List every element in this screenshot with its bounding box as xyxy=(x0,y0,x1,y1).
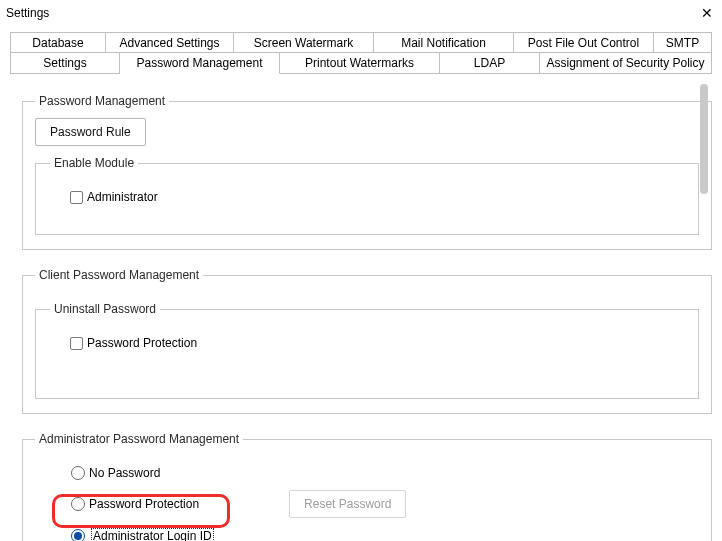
administrator-checkbox-label: Administrator xyxy=(87,190,158,204)
tab-row-top: Database Advanced Settings Screen Waterm… xyxy=(10,32,712,53)
group-legend: Uninstall Password xyxy=(50,302,160,316)
administrator-checkbox[interactable] xyxy=(70,191,83,204)
password-protection-radio-label: Password Protection xyxy=(89,497,199,511)
password-protection-checkbox[interactable] xyxy=(70,337,83,350)
admin-login-id-radio-label: Administrator Login ID xyxy=(91,528,214,541)
window-title: Settings xyxy=(6,6,49,20)
group-enable-module: Enable Module Administrator xyxy=(35,156,699,235)
admin-login-id-radio-row[interactable]: Administrator Login ID xyxy=(71,528,699,541)
group-password-management: Password Management Password Rule Enable… xyxy=(22,94,712,250)
vertical-scrollbar[interactable] xyxy=(700,84,708,534)
group-legend: Password Management xyxy=(35,94,169,108)
admin-login-id-radio[interactable] xyxy=(71,529,85,541)
tab-mail-notification[interactable]: Mail Notification xyxy=(374,32,514,53)
password-protection-checkbox-label: Password Protection xyxy=(87,336,197,350)
tab-settings[interactable]: Settings xyxy=(10,52,120,74)
tab-screen-watermark[interactable]: Screen Watermark xyxy=(234,32,374,53)
group-client-password-management: Client Password Management Uninstall Pas… xyxy=(22,268,712,414)
group-legend: Enable Module xyxy=(50,156,138,170)
tab-printout-watermarks[interactable]: Printout Watermarks xyxy=(280,52,440,74)
tab-database[interactable]: Database xyxy=(10,32,106,53)
scrollbar-thumb[interactable] xyxy=(700,84,708,194)
tab-post-file-out[interactable]: Post File Out Control xyxy=(514,32,654,53)
password-protection-checkbox-row[interactable]: Password Protection xyxy=(70,336,684,350)
no-password-radio-row[interactable]: No Password xyxy=(71,466,699,480)
close-icon[interactable]: ✕ xyxy=(700,6,714,20)
title-bar: Settings ✕ xyxy=(0,0,722,26)
content-area: Password Management Password Rule Enable… xyxy=(10,73,712,540)
administrator-checkbox-row[interactable]: Administrator xyxy=(70,190,684,204)
no-password-radio-label: No Password xyxy=(89,466,160,480)
tab-smtp[interactable]: SMTP xyxy=(654,32,712,53)
tab-password-management[interactable]: Password Management xyxy=(120,52,280,74)
reset-password-button[interactable]: Reset Password xyxy=(289,490,406,518)
password-protection-radio[interactable] xyxy=(71,497,85,511)
password-rule-button[interactable]: Password Rule xyxy=(35,118,146,146)
tab-assignment-security[interactable]: Assignment of Security Policy xyxy=(540,52,712,74)
no-password-radio[interactable] xyxy=(71,466,85,480)
tab-advanced-settings[interactable]: Advanced Settings xyxy=(106,32,234,53)
group-legend: Client Password Management xyxy=(35,268,203,282)
password-protection-radio-row[interactable]: Password Protection xyxy=(71,497,199,511)
tab-row-bottom: Settings Password Management Printout Wa… xyxy=(10,52,712,74)
group-uninstall-password: Uninstall Password Password Protection xyxy=(35,302,699,399)
tab-ldap[interactable]: LDAP xyxy=(440,52,540,74)
group-administrator-password-management: Administrator Password Management No Pas… xyxy=(22,432,712,541)
group-legend: Administrator Password Management xyxy=(35,432,243,446)
